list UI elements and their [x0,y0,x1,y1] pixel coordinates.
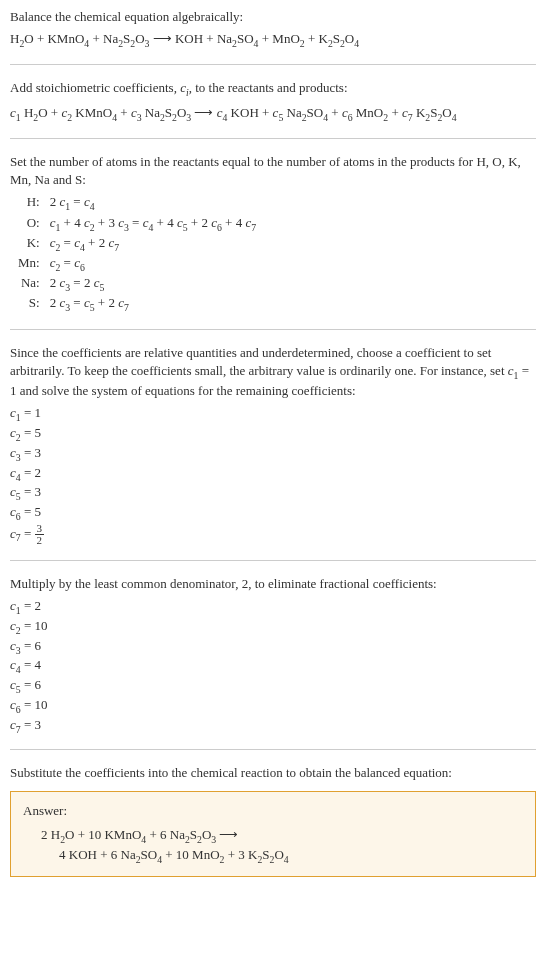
intro-text: Add stoichiometric coefficients, ci, to … [10,79,536,99]
subscript: 7 [251,221,256,232]
coefficient-list: c1 = 2 c2 = 10 c3 = 6 c4 = 4 c5 = 6 c6 =… [10,597,536,735]
eq-part: O + KMnO [24,31,84,46]
eq-part: MnO [353,105,384,120]
eq-part: O [202,827,211,842]
coef-val: = 1 [21,405,41,420]
subscript: 4 [354,38,359,49]
table-row: O: c1 + 4 c2 + 3 c3 = c4 + 4 c5 + 2 c6 +… [14,214,260,234]
eq-part: H [21,105,34,120]
element-label: O: [14,214,46,234]
coef-row: c2 = 5 [10,424,536,444]
table-row: K: c2 = c4 + 2 c7 [14,234,260,254]
section-atom-balance: Set the number of atoms in the reactants… [10,153,536,330]
element-label: S: [14,294,46,314]
section-lcm: Multiply by the least common denominator… [10,575,536,750]
eq-part: O [274,847,283,862]
subscript: 7 [114,241,119,252]
coef-row: c3 = 3 [10,444,536,464]
element-label: H: [14,193,46,213]
eq-part: O [442,105,451,120]
eq-part: KOH + [227,105,272,120]
eq-part: H [10,31,19,46]
eq-part: = 2 [70,275,94,290]
coef-row: c4 = 4 [10,656,536,676]
table-row: Mn: c2 = c6 [14,254,260,274]
coef-row: c6 = 5 [10,503,536,523]
eq-part: S [190,827,197,842]
element-label: K: [14,234,46,254]
coef-row: c1 = 2 [10,597,536,617]
eq-part: Na [142,105,160,120]
denominator: 2 [35,535,45,546]
eq-part: + K [305,31,328,46]
eq-part: O + [38,105,61,120]
section-answer: Substitute the coefficients into the che… [10,764,536,877]
balance-eq: c2 = c6 [46,254,260,274]
eq-part: K [413,105,426,120]
eq-part: + Na [89,31,118,46]
atom-balance-table: H: 2 c1 = c4 O: c1 + 4 c2 + 3 c3 = c4 + … [14,193,260,314]
subscript: 4 [452,111,457,122]
balanced-equation: 2 H2O + 10 KMnO4 + 6 Na2S2O3 ⟶ 4 KOH + 6… [23,826,523,866]
eq-part: O [345,31,354,46]
balance-eq: 2 c1 = c4 [46,193,260,213]
eq-part: + 6 Na [146,827,185,842]
coef-val: = 10 [21,618,48,633]
intro-text: Substitute the coefficients into the che… [10,764,536,782]
eq-part: + 3 K [224,847,257,862]
coef-val: = 3 [21,484,41,499]
eq-part: + 3 [95,215,119,230]
eq-part: O [177,105,186,120]
balance-eq: c1 + 4 c2 + 3 c3 = c4 + 4 c5 + 2 c6 + 4 … [46,214,260,234]
answer-box: Answer: 2 H2O + 10 KMnO4 + 6 Na2S2O3 ⟶ 4… [10,791,536,878]
eq-part: + MnO [258,31,299,46]
eq-part: 2 [50,194,60,209]
eq-part: KMnO [72,105,112,120]
eq-part: Na [283,105,301,120]
intro-text: Balance the chemical equation algebraica… [10,8,536,26]
eq-line-2: 4 KOH + 6 Na2SO4 + 10 MnO2 + 3 K2S2O4 [41,846,523,866]
eq-line-1: 2 H2O + 10 KMnO4 + 6 Na2S2O3 ⟶ [41,826,523,846]
coef-equation: c1 H2O + c2 KMnO4 + c3 Na2S2O3 ⟶ c4 KOH … [10,104,536,124]
intro-text: Set the number of atoms in the reactants… [10,153,536,189]
coef-row: c4 = 2 [10,464,536,484]
element-label: Mn: [14,254,46,274]
eq-part: ⟶ [216,827,238,842]
coef-val: = [21,525,35,540]
coef-row: c6 = 10 [10,696,536,716]
element-label: Na: [14,274,46,294]
subscript: 7 [124,302,129,313]
section-stoich-coeffs: Add stoichiometric coefficients, ci, to … [10,79,536,138]
coef-row: c7 = 3 [10,716,536,736]
eq-part: + 4 [60,215,84,230]
eq-part: S [165,105,172,120]
eq-part: SO [141,847,158,862]
eq-part: 2 [50,275,60,290]
coef-val: = 5 [21,504,41,519]
eq-part: O [135,31,144,46]
coef-val: = 5 [21,425,41,440]
eq-part: + [388,105,402,120]
coef-row: c2 = 10 [10,617,536,637]
eq-part: = [60,255,74,270]
eq-part: = [70,295,84,310]
eq-part: S [262,847,269,862]
subscript: 4 [90,201,95,212]
fraction: 32 [35,523,45,546]
eq-part: SO [237,31,254,46]
coef-row: c7 = 32 [10,523,536,546]
eq-part: + 2 [85,235,109,250]
subscript: 5 [99,282,104,293]
coefficient-list: c1 = 1 c2 = 5 c3 = 3 c4 = 2 c5 = 3 c6 = … [10,404,536,546]
text-part: Add stoichiometric coefficients, [10,80,180,95]
coef-val: = 6 [21,638,41,653]
subscript: 6 [80,262,85,273]
intro-text: Multiply by the least common denominator… [10,575,536,593]
table-row: S: 2 c3 = c5 + 2 c7 [14,294,260,314]
eq-part: 2 H [41,827,60,842]
eq-part: S [333,31,340,46]
coef-val: = 3 [21,445,41,460]
coef-val: = 2 [21,465,41,480]
balance-eq: 2 c3 = 2 c5 [46,274,260,294]
balance-eq: c2 = c4 + 2 c7 [46,234,260,254]
